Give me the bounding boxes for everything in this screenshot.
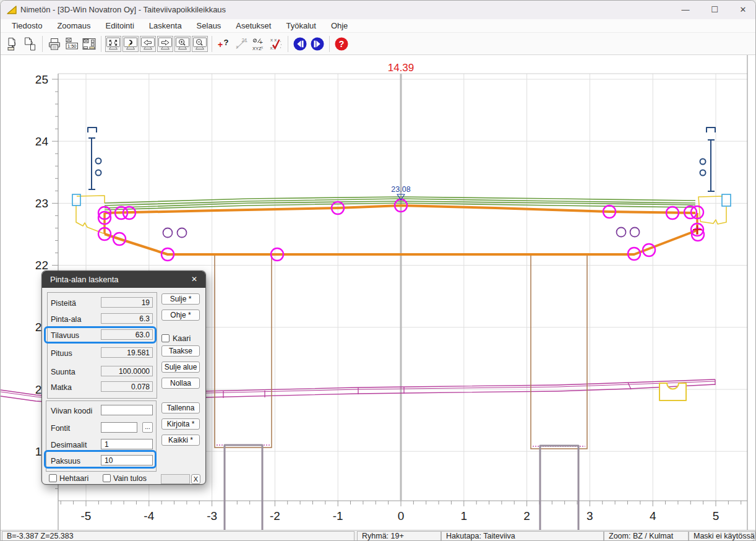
barrier-dot (700, 170, 706, 176)
x-tick-label: -2 (270, 509, 280, 522)
kaikki-button[interactable]: Kaikki * (161, 435, 200, 446)
station-label: 14.39 (388, 62, 415, 74)
svg-text:XYZ: XYZ (252, 45, 262, 51)
vain-tulos-checkbox[interactable] (103, 474, 111, 482)
dialog-title: Pinta-alan laskenta (50, 275, 119, 284)
approve-check-icon[interactable]: x xx: (268, 36, 284, 52)
svg-text:?: ? (224, 37, 229, 46)
toolbar-separator (42, 36, 43, 52)
svg-text:21: 21 (242, 37, 248, 43)
svg-text:x x: x x (270, 37, 277, 43)
mini-close-button[interactable]: X (191, 474, 200, 484)
field-label-fontit: Fontit (51, 424, 70, 433)
add-point-icon[interactable]: +? (216, 36, 232, 52)
close-icon[interactable]: ✕ (729, 1, 756, 19)
svg-text:+: + (218, 39, 223, 49)
menu-item-1[interactable]: Zoomaus (49, 19, 98, 32)
help-icon[interactable]: ? (333, 36, 350, 52)
file-write-icon[interactable] (22, 36, 38, 52)
sulje-button[interactable]: Sulje * (161, 293, 200, 305)
taakse-button[interactable]: Taakse (161, 345, 200, 357)
scale-icon[interactable]: 1:50 (64, 36, 80, 52)
field-value-pituus[interactable]: 19.581 (101, 347, 153, 358)
barrier-bracket-right (707, 128, 715, 132)
field-input-fontit[interactable] (101, 422, 137, 433)
kaari-checkbox[interactable] (161, 334, 170, 342)
toolbar-separator (101, 36, 101, 52)
kirjoita-button[interactable]: Kirjoita * (161, 418, 200, 430)
pile-column-right (540, 446, 578, 530)
dialog-close-icon[interactable]: ✕ (188, 274, 200, 285)
field-value-tilavuus[interactable]: 63.0 (101, 329, 153, 340)
field-input-viivan-koodi[interactable] (101, 405, 153, 415)
nav-next-icon[interactable] (309, 36, 325, 52)
y-tick-label: 22 (35, 259, 48, 272)
coords-xyz-icon[interactable]: +XYZx (251, 36, 267, 52)
menu-item-0[interactable]: Tiedosto (4, 19, 49, 32)
menu-item-7[interactable]: Ohje (324, 19, 355, 32)
x-tick-label: -4 (144, 509, 154, 522)
next-arrow-icon[interactable] (157, 36, 173, 52)
x-tick-label: 2 (523, 509, 530, 522)
dialog-title-bar[interactable]: Pinta-alan laskenta ✕ (42, 271, 205, 288)
elevation-label: 23.08 (391, 185, 410, 194)
maximize-icon[interactable]: ☐ (701, 1, 728, 19)
zoom-in-icon[interactable] (174, 36, 191, 52)
browse-button[interactable]: ... (142, 422, 153, 433)
file-read-icon[interactable] (5, 36, 21, 52)
field-label-viivan-koodi: Viivan koodi (51, 407, 92, 415)
field-value-pisteit[interactable]: 19 (101, 297, 153, 308)
y-tick-label: 23 (35, 197, 48, 210)
barrier-dot (700, 159, 706, 165)
hehtaari-checkbox[interactable] (49, 474, 57, 482)
print-icon[interactable] (46, 36, 62, 52)
menu-item-6[interactable]: Työkalut (278, 19, 323, 32)
point-marker (617, 228, 626, 237)
x-tick-label: -1 (333, 509, 343, 522)
toolbar-separator (288, 36, 288, 52)
toolbar-separator (212, 36, 212, 52)
zoom-fit-icon[interactable] (105, 36, 121, 52)
field-input-paksuus[interactable]: 10 (101, 455, 153, 465)
kaari-label: Kaari (173, 334, 191, 343)
field-input-desimaalit[interactable]: 1 (101, 439, 153, 449)
field-value-matka[interactable]: 0.078 (101, 381, 153, 392)
nollaa-button[interactable]: Nollaa (161, 378, 200, 389)
pan-tool-icon[interactable] (122, 36, 139, 52)
field-value-pinta-ala[interactable]: 6.3 (101, 313, 153, 324)
field-value-suunta[interactable]: 100.0000 (101, 366, 153, 376)
menu-item-5[interactable]: Asetukset (228, 19, 278, 32)
y-tick-label: 24 (35, 135, 49, 148)
nav-prev-icon[interactable] (292, 36, 308, 52)
tallenna-button[interactable]: Tallenna (161, 402, 200, 413)
minimize-icon[interactable]: — (672, 1, 699, 19)
plot-layout-icon[interactable] (81, 36, 97, 52)
menu-bar: TiedostoZoomausEditointiLaskentaSelausAs… (1, 19, 755, 33)
point-marker (163, 228, 173, 238)
svg-text:x: x (261, 45, 264, 50)
point-number-icon[interactable]: x21 (233, 36, 249, 52)
prev-arrow-icon[interactable] (140, 36, 156, 52)
status-search-mode: Hakutapa: Taiteviiva (441, 531, 604, 541)
toolbar-separator (329, 36, 330, 52)
foundation-outline-right (531, 255, 587, 449)
field-label-tilavuus: Tilavuus (51, 331, 79, 340)
vain-tulos-label: Vain tulos (113, 474, 147, 483)
x-tick-label: 3 (586, 509, 593, 522)
menu-item-3[interactable]: Laskenta (142, 19, 189, 32)
field-label-suunta: Suunta (51, 368, 75, 376)
field-label-pituus: Pituus (51, 349, 72, 358)
status-group: Ryhmä: 19+ (357, 531, 441, 541)
app-logo-icon (6, 4, 17, 15)
zoom-out-icon[interactable] (192, 36, 208, 52)
menu-item-2[interactable]: Editointi (98, 19, 142, 32)
svg-text:+: + (259, 38, 263, 45)
x-tick-label: 4 (650, 509, 656, 522)
field-label-pinta-ala: Pinta-ala (51, 315, 81, 324)
app-window: Nimetön - [3D-Win Novatron Oy] - Taitevi… (0, 0, 756, 541)
menu-item-4[interactable]: Selaus (189, 19, 229, 32)
x-tick-label: -3 (207, 509, 217, 522)
sulje-alue-button[interactable]: Sulje alue (161, 361, 200, 373)
barrier-bracket-left (88, 128, 97, 132)
ohje-button[interactable]: Ohje * (161, 309, 200, 321)
